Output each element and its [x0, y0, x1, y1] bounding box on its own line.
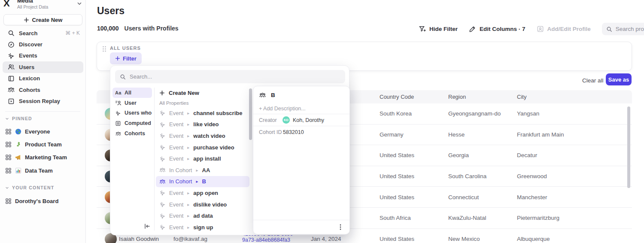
add-edit-profile-button[interactable]: Add/Edit Profile — [537, 25, 591, 33]
dropdown-divider — [154, 88, 155, 231]
event-spark-icon — [159, 224, 166, 230]
event-spark-icon — [159, 213, 166, 219]
cell-country: United States — [380, 145, 414, 166]
project-name: All Project Data — [17, 4, 76, 9]
cell-country: South Korea — [380, 103, 412, 124]
user-properties-icon — [115, 100, 122, 106]
book-icon — [8, 75, 15, 82]
search-profiles-input[interactable]: Search profiles — [602, 23, 644, 35]
cell-region: Georgia — [448, 145, 469, 166]
pinned-section-header[interactable]: PINNED — [0, 116, 86, 121]
profile-badge-icon — [537, 25, 544, 33]
dropdown-search-input[interactable]: Search... — [115, 70, 345, 83]
cell-region: Gyeongsangnam-do — [448, 103, 501, 124]
dropdown-item-event[interactable]: Event▸dislike video — [156, 199, 249, 210]
sidebar: X Media All Project Data Create New Sear… — [0, 0, 86, 243]
cell-city: Pietermaritzburg — [517, 208, 559, 228]
dropdown-tab-all[interactable]: Aa All — [112, 88, 152, 98]
search-shortcut: ⌘ + K — [65, 30, 80, 36]
event-spark-icon — [159, 122, 166, 128]
event-spark-icon — [159, 133, 166, 139]
search-icon — [120, 74, 126, 80]
cell-country: South Africa — [380, 208, 411, 228]
column-header-country-code[interactable]: Country Code — [380, 94, 414, 100]
dropdown-tab-user[interactable]: User — [112, 98, 152, 108]
workspace-switcher[interactable]: X Media All Project Data — [3, 0, 82, 9]
chevron-down-icon — [76, 0, 82, 6]
event-spark-icon — [159, 201, 166, 207]
dropdown-create-new[interactable]: Create New — [156, 88, 249, 98]
plus-icon — [115, 56, 120, 61]
cohort-id-label: Cohort ID — [259, 129, 283, 135]
board-grid-icon — [5, 128, 12, 135]
sidebar-item-search[interactable]: Search ⌘ + K — [3, 27, 83, 39]
sidebar-item-lexicon[interactable]: Lexicon — [3, 73, 83, 84]
dropdown-tab-users-who-did[interactable]: Users who di... — [112, 108, 152, 118]
more-options-icon[interactable] — [337, 224, 343, 231]
edit-columns-button[interactable]: Edit Columns · 7 — [469, 25, 526, 33]
dropdown-item-event[interactable]: Event▸app install — [156, 153, 249, 164]
sidebar-item-discover[interactable]: Discover — [3, 39, 83, 50]
cohorts-icon — [115, 131, 122, 137]
create-new-button[interactable]: Create New — [3, 14, 82, 25]
user-count-label[interactable]: Users with Profiles — [125, 25, 179, 32]
dropdown-item-event[interactable]: Event▸sign up — [156, 222, 249, 233]
sidebar-board-marketing-team[interactable]: Marketing Team — [0, 151, 86, 164]
chevron-down-icon — [5, 117, 9, 121]
dropdown-item-event[interactable]: Event▸app open — [156, 187, 249, 199]
your-content-section-header[interactable]: YOUR CONTENT — [0, 185, 86, 190]
dropdown-item-event[interactable]: Event▸channel subscribe — [156, 107, 249, 119]
replay-icon — [8, 98, 15, 105]
table-scrollbar[interactable] — [627, 106, 630, 188]
dropdown-item-event[interactable]: Event▸like video — [156, 119, 249, 131]
column-header-region[interactable]: Region — [448, 94, 466, 100]
sidebar-board-data-team[interactable]: Data Team — [0, 164, 86, 177]
dropdown-item-event[interactable]: Event▸watch video — [156, 130, 249, 142]
event-spark-icon — [159, 110, 166, 116]
cell-country: United States — [380, 187, 414, 207]
cell-region: KwaZulu-Natal — [448, 208, 486, 228]
app-logo-icon: X — [3, 0, 14, 9]
globe-icon — [15, 128, 21, 135]
sidebar-item-session-replay[interactable]: Session Replay — [3, 95, 83, 106]
cohorts-icon — [8, 86, 15, 93]
dropdown-item-event[interactable]: Event▸purchase video — [156, 142, 249, 153]
dropdown-item-event[interactable]: Event▸ad data — [156, 210, 249, 222]
cell-country: Germany — [380, 125, 404, 145]
dropdown-tab-computed[interactable]: Computed — [112, 118, 152, 128]
event-spark-icon — [159, 190, 166, 196]
aa-icon: Aa — [115, 90, 122, 95]
add-description-button[interactable]: + Add Description... — [259, 106, 306, 112]
users-icon — [8, 64, 15, 70]
column-header-city[interactable]: City — [517, 94, 526, 100]
sidebar-board-everyone[interactable]: Everyone — [0, 125, 86, 138]
filter-group-label: ALL USERS — [110, 46, 141, 51]
collapse-panel-icon[interactable] — [144, 223, 151, 230]
sidebar-board-product-team[interactable]: Product Team — [0, 138, 86, 151]
cell-city: Yangsan — [517, 103, 539, 124]
sidebar-item-cohorts[interactable]: Cohorts — [3, 84, 83, 95]
hide-filter-button[interactable]: Hide Filter — [419, 25, 458, 33]
sidebar-board-dorothys-board[interactable]: Dorothy's Board — [0, 194, 86, 207]
search-icon — [606, 26, 612, 32]
workspace-name: Media — [17, 0, 76, 4]
dropdown-item-cohort-b[interactable]: In Cohort▸B — [156, 176, 249, 188]
bar-chart-icon — [15, 167, 21, 174]
cell-city: Greenwood — [517, 166, 547, 187]
sidebar-item-events[interactable]: Events — [3, 50, 83, 61]
dropdown-scrollbar[interactable] — [249, 88, 252, 140]
creator-avatar: KD — [283, 116, 290, 124]
dropdown-item-cohort[interactable]: In Cohort▸AA — [156, 164, 249, 176]
plus-icon — [159, 90, 165, 96]
sidebar-item-users[interactable]: Users — [3, 61, 83, 73]
dropdown-tab-cohorts[interactable]: Cohorts — [112, 128, 152, 139]
save-as-button[interactable]: Save as — [606, 73, 632, 85]
cell-region: Connecticut — [448, 187, 479, 207]
page-title: Users — [97, 5, 125, 17]
cohorts-icon — [159, 179, 166, 185]
clear-all-button[interactable]: Clear all — [582, 77, 604, 84]
event-spark-icon — [8, 52, 15, 59]
add-filter-button[interactable]: Filter — [110, 52, 142, 64]
cell-country: United States — [380, 166, 414, 187]
drag-handle-icon[interactable] — [102, 46, 106, 52]
